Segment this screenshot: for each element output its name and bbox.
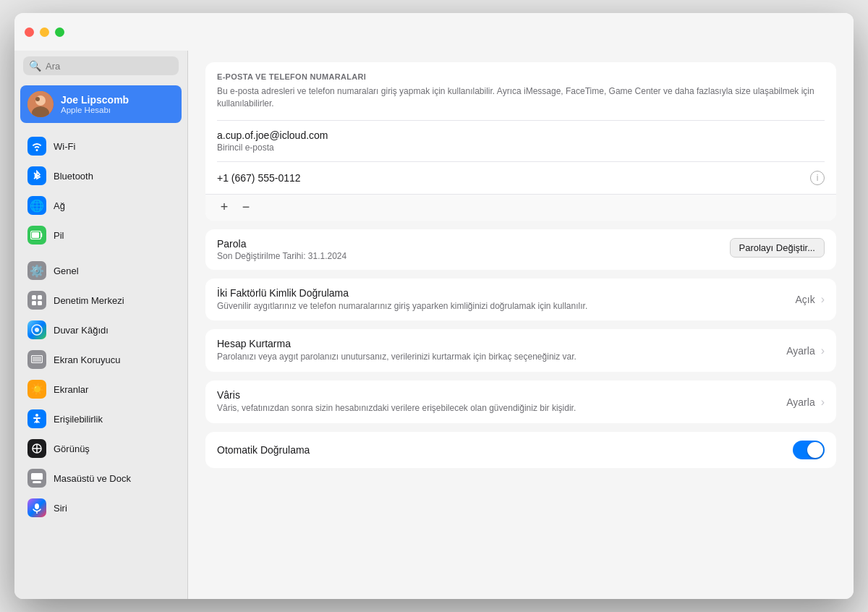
phone-row: +1 (667) 555-0112 i: [205, 162, 836, 194]
sidebar-item-desktop-dock[interactable]: Masaüstü ve Dock: [19, 464, 183, 493]
account-recovery-row[interactable]: Hesap Kurtarma Parolanızı veya aygıt par…: [205, 329, 836, 372]
chevron-right-icon: ›: [821, 344, 825, 357]
svg-rect-7: [38, 295, 42, 299]
password-last-changed: Son Değiştirilme Tarihi: 31.1.2024: [217, 251, 346, 261]
sidebar-item-appearance[interactable]: Görünüş: [19, 434, 183, 463]
wifi-icon: [27, 137, 46, 156]
add-remove-row: + −: [205, 194, 836, 221]
desktop-dock-icon: [27, 469, 46, 488]
titlebar: [14, 13, 854, 51]
sidebar-item-wifi[interactable]: Wi-Fi: [19, 132, 183, 161]
account-recovery-desc: Parolanızı veya aygıt parolanızı unuturs…: [217, 351, 576, 363]
heir-card: Vâris Vâris, vefatınızdan sonra sizin he…: [205, 381, 836, 423]
two-factor-row[interactable]: İki Faktörlü Kimlik Doğrulama Güvenilir …: [205, 279, 836, 321]
sidebar-item-label: Masaüstü ve Dock: [54, 473, 131, 484]
minimize-button[interactable]: [40, 27, 49, 37]
user-info: Joe Lipscomb Apple Hesabı: [61, 94, 129, 114]
svg-rect-16: [31, 473, 43, 480]
main-content: E-POSTA VE TELEFON NUMARALARI Bu e-posta…: [188, 13, 854, 599]
sidebar-item-wallpaper[interactable]: Duvar Kâğıdı: [19, 315, 183, 344]
displays-icon: ☀️: [27, 380, 46, 399]
maximize-button[interactable]: [55, 27, 64, 37]
account-recovery-action: Ayarla: [786, 345, 814, 357]
close-button[interactable]: [25, 27, 34, 37]
heir-action: Ayarla: [786, 396, 814, 408]
chevron-right-icon: ›: [821, 293, 825, 306]
sidebar-item-displays[interactable]: ☀️ Ekranlar: [19, 375, 183, 404]
heir-row[interactable]: Vâris Vâris, vefatınızdan sonra sizin he…: [205, 381, 836, 423]
auto-verify-row: Otomatik Doğrulama: [205, 432, 836, 468]
toggle-thumb: [807, 442, 823, 458]
email-section-desc: Bu e-posta adresleri ve telefon numarala…: [205, 84, 836, 120]
account-recovery-title: Hesap Kurtarma: [217, 338, 576, 349]
sidebar-item-label: Duvar Kâğıdı: [54, 325, 109, 336]
sidebar-item-label: Wi-Fi: [54, 141, 75, 152]
svg-point-18: [35, 503, 39, 509]
sidebar-item-label: Erişilebilirlik: [54, 414, 103, 425]
sidebar-item-label: Ekranlar: [54, 384, 88, 395]
svg-rect-8: [32, 301, 36, 305]
sidebar-item-label: Genel: [54, 265, 79, 276]
appearance-icon: [27, 439, 46, 458]
sidebar-item-label: Ekran Koruyucu: [54, 354, 121, 365]
sidebar-item-label: Görünüş: [54, 443, 90, 454]
svg-rect-17: [33, 481, 41, 483]
email-address: a.cup.of.joe@icloud.com: [217, 129, 328, 141]
chevron-right-icon: ›: [821, 396, 825, 409]
svg-point-14: [35, 414, 38, 417]
svg-point-11: [35, 328, 39, 332]
sidebar-item-siri[interactable]: Siri: [19, 493, 183, 522]
battery-icon: [27, 226, 46, 245]
sidebar-item-battery[interactable]: Pil: [19, 221, 183, 250]
avatar: [27, 91, 54, 117]
two-factor-card: İki Faktörlü Kimlik Doğrulama Güvenilir …: [205, 279, 836, 321]
email-phone-card: E-POSTA VE TELEFON NUMARALARI Bu e-posta…: [205, 62, 836, 221]
heir-title: Vâris: [217, 389, 576, 401]
sidebar-item-label: Bluetooth: [54, 171, 93, 182]
traffic-lights: [25, 27, 64, 37]
password-card: Parola Son Değiştirilme Tarihi: 31.1.202…: [205, 229, 836, 270]
user-profile-item[interactable]: Joe Lipscomb Apple Hesabı: [20, 85, 182, 123]
accessibility-icon: [27, 409, 46, 428]
account-recovery-card: Hesap Kurtarma Parolanızı veya aygıt par…: [205, 329, 836, 372]
search-icon: 🔍: [29, 60, 41, 72]
phone-info-button[interactable]: i: [810, 171, 825, 185]
svg-rect-13: [33, 357, 41, 362]
change-password-button[interactable]: Parolayı Değiştir...: [730, 238, 825, 258]
auto-verify-toggle[interactable]: [793, 441, 825, 459]
sidebar-item-general[interactable]: ⚙️ Genel: [19, 256, 183, 285]
email-label: Birincil e-posta: [217, 143, 328, 153]
sidebar-item-control-center[interactable]: Denetim Merkezi: [19, 286, 183, 315]
sidebar-section: Wi-Fi Bluetooth 🌐 Ağ: [14, 132, 187, 523]
svg-rect-9: [38, 301, 42, 305]
add-button[interactable]: +: [216, 199, 233, 216]
siri-icon: [27, 498, 46, 517]
bluetooth-icon: [27, 166, 46, 185]
svg-point-3: [35, 97, 40, 101]
heir-desc: Vâris, vefatınızdan sonra sizin hesabını…: [217, 402, 576, 415]
sidebar-item-label: Ağ: [54, 200, 65, 211]
sidebar-item-label: Pil: [54, 230, 64, 241]
email-section-title: E-POSTA VE TELEFON NUMARALARI: [205, 62, 836, 84]
password-label: Parola: [217, 238, 346, 250]
password-row: Parola Son Değiştirilme Tarihi: 31.1.202…: [205, 229, 836, 270]
sidebar-item-label: Siri: [54, 503, 67, 514]
two-factor-title: İki Faktörlü Kimlik Doğrulama: [217, 287, 587, 299]
sidebar-item-accessibility[interactable]: Erişilebilirlik: [19, 404, 183, 433]
sidebar-item-screensaver[interactable]: Ekran Koruyucu: [19, 345, 183, 374]
content-area: E-POSTA VE TELEFON NUMARALARI Bu e-posta…: [188, 51, 854, 480]
search-input[interactable]: [46, 61, 173, 72]
phone-number: +1 (667) 555-0112: [217, 172, 301, 184]
remove-button[interactable]: −: [237, 199, 255, 216]
two-factor-desc: Güvenilir aygıtlarınız ve telefon numara…: [217, 300, 587, 313]
svg-rect-5: [32, 232, 39, 238]
network-icon: 🌐: [27, 196, 46, 215]
sidebar-item-label: Denetim Merkezi: [54, 295, 124, 306]
user-subtitle: Apple Hesabı: [61, 106, 129, 114]
search-bar[interactable]: 🔍: [23, 56, 179, 75]
general-icon: ⚙️: [27, 261, 46, 280]
sidebar-item-bluetooth[interactable]: Bluetooth: [19, 161, 183, 190]
auto-verify-card: Otomatik Doğrulama: [205, 432, 836, 468]
sidebar-item-network[interactable]: 🌐 Ağ: [19, 191, 183, 220]
svg-rect-6: [32, 295, 36, 299]
